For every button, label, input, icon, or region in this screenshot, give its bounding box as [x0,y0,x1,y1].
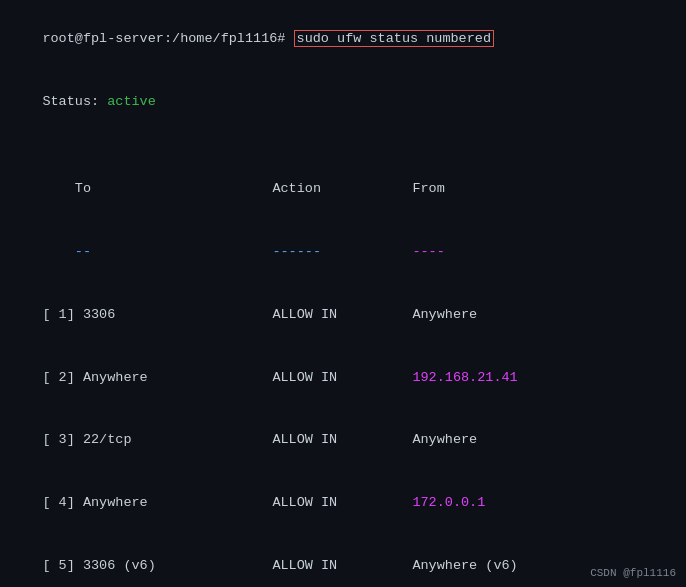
watermark: CSDN @fpl1116 [590,567,676,579]
col-action-dash: ------ [272,242,412,263]
table1-row-3: [ 3] 22/tcpALLOW IN Anywhere [10,410,676,473]
command-line-1: root@fpl-server:/home/fpl1116# sudo ufw … [10,8,676,71]
col-action-header: Action [272,179,412,200]
status-label-1: Status: [42,94,107,109]
table1-row-2: [ 2] AnywhereALLOW IN 192.168.21.41 [10,347,676,410]
prompt-1: root@fpl-server:/home/fpl1116# [42,31,293,46]
terminal: root@fpl-server:/home/fpl1116# sudo ufw … [0,0,686,587]
col-to-header: To [42,179,272,200]
col-from-header: From [412,179,444,200]
status-line-1: Status: active [10,71,676,134]
table1-row-5: [ 5] 3306 (v6)ALLOW IN Anywhere (v6) [10,535,676,587]
table1-row-4: [ 4] AnywhereALLOW IN 172.0.0.1 [10,472,676,535]
table1-header: ToActionFrom [10,158,676,221]
col-to-dash: -- [42,242,272,263]
table1-row-1: [ 1] 3306ALLOW IN Anywhere [10,284,676,347]
table1-dashes: ------------ [10,221,676,284]
status-value-1: active [107,94,156,109]
command-box-1: sudo ufw status numbered [294,30,494,47]
col-from-dash: ---- [412,244,444,259]
